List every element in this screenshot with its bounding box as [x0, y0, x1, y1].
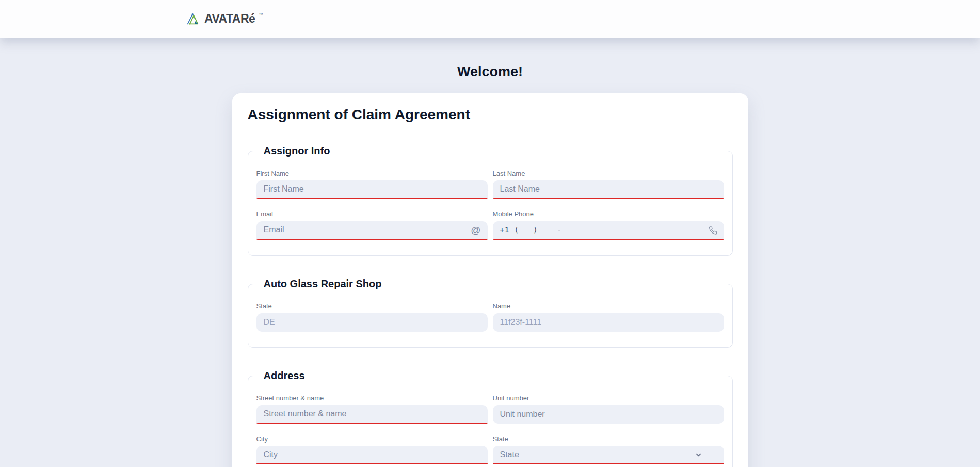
street-input[interactable]: [256, 405, 488, 424]
mobile-phone-input[interactable]: [493, 221, 724, 240]
section-legend-assignor-info: Assignor Info: [261, 145, 333, 157]
welcome-heading: Welcome!: [0, 65, 980, 79]
city-input[interactable]: [256, 446, 488, 464]
email-label: Email: [256, 210, 488, 218]
page-body: Welcome! Assignment of Claim Agreement A…: [0, 65, 980, 467]
unit-number-input[interactable]: [493, 405, 724, 424]
chevron-down-icon: [695, 451, 702, 459]
shop-state-input: [256, 313, 488, 332]
unit-number-label: Unit number: [493, 394, 724, 402]
avatare-logo[interactable]: AVATARé ™: [186, 12, 263, 26]
city-label: City: [256, 435, 488, 443]
street-label: Street number & name: [256, 394, 488, 402]
email-field: Email @: [256, 210, 488, 240]
first-name-label: First Name: [256, 169, 488, 177]
shop-name-field: Name: [493, 302, 724, 332]
shop-name-input: [493, 313, 724, 332]
form-title: Assignment of Claim Agreement: [248, 106, 733, 123]
address-state-selected-value: State: [500, 450, 519, 459]
street-field: Street number & name: [256, 394, 488, 424]
city-field: City: [256, 435, 488, 464]
logo-trademark: ™: [259, 12, 263, 17]
address-state-field: State State: [493, 435, 724, 464]
shop-state-field: State: [256, 302, 488, 332]
section-address: Address Street number & name Unit number…: [248, 369, 733, 467]
last-name-input[interactable]: [493, 180, 724, 199]
section-legend-auto-glass-repair-shop: Auto Glass Repair Shop: [261, 277, 385, 290]
shop-name-label: Name: [493, 302, 724, 310]
first-name-input[interactable]: [256, 180, 488, 199]
email-input[interactable]: [256, 221, 488, 240]
mobile-phone-field: Mobile Phone: [493, 210, 724, 240]
logo-wordmark: AVATARé: [204, 12, 255, 26]
section-auto-glass-repair-shop: Auto Glass Repair Shop State Name: [248, 277, 733, 348]
mobile-phone-label: Mobile Phone: [493, 210, 724, 218]
unit-number-field: Unit number: [493, 394, 724, 424]
section-assignor-info: Assignor Info First Name Last Name Email: [248, 145, 733, 256]
app-header: AVATARé ™: [0, 0, 980, 38]
address-state-label: State: [493, 435, 724, 443]
first-name-field: First Name: [256, 169, 488, 199]
shop-state-label: State: [256, 302, 488, 310]
address-state-select[interactable]: State: [493, 446, 724, 464]
last-name-label: Last Name: [493, 169, 724, 177]
last-name-field: Last Name: [493, 169, 724, 199]
avatare-logo-icon: [186, 12, 201, 26]
section-legend-address: Address: [261, 369, 308, 382]
claim-agreement-card: Assignment of Claim Agreement Assignor I…: [232, 93, 748, 467]
